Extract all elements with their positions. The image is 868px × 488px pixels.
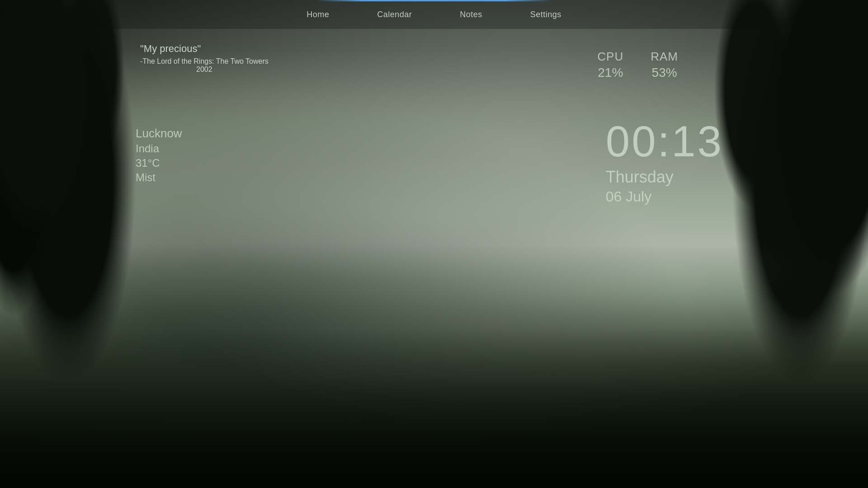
nav-home[interactable]: Home: [303, 8, 333, 21]
clock-day: Thursday: [606, 168, 723, 187]
ram-label: RAM: [651, 50, 678, 64]
ram-stat: RAM 53%: [651, 50, 678, 80]
ram-value: 53%: [652, 66, 677, 80]
mist-overlay: [0, 0, 868, 488]
cpu-value: 21%: [598, 66, 623, 80]
weather-country: India: [136, 142, 182, 155]
clock-date: 06 July: [606, 188, 723, 205]
clock-time: 00:13: [606, 120, 723, 163]
clock-section: 00:13 Thursday 06 July: [606, 120, 723, 205]
nav-settings[interactable]: Settings: [527, 8, 565, 21]
navbar: Home Calendar Notes Settings: [0, 0, 868, 29]
system-stats: CPU 21% RAM 53%: [597, 50, 678, 80]
quote-source: -The Lord of the Rings: The Two Towers: [140, 57, 269, 66]
nav-underline: [316, 0, 552, 1]
nav-calendar[interactable]: Calendar: [373, 8, 415, 21]
nav-notes[interactable]: Notes: [456, 8, 486, 21]
quote-section: "My precious" -The Lord of the Rings: Th…: [140, 43, 269, 74]
cpu-label: CPU: [597, 50, 623, 64]
weather-city: Lucknow: [136, 127, 182, 141]
weather-temperature: 31°C: [136, 157, 182, 169]
quote-text: "My precious": [140, 43, 269, 55]
weather-section: Lucknow India 31°C Mist: [136, 127, 182, 184]
cpu-stat: CPU 21%: [597, 50, 623, 80]
quote-year: 2002: [140, 66, 269, 74]
nav-items: Home Calendar Notes Settings: [303, 8, 565, 21]
weather-condition: Mist: [136, 171, 182, 184]
